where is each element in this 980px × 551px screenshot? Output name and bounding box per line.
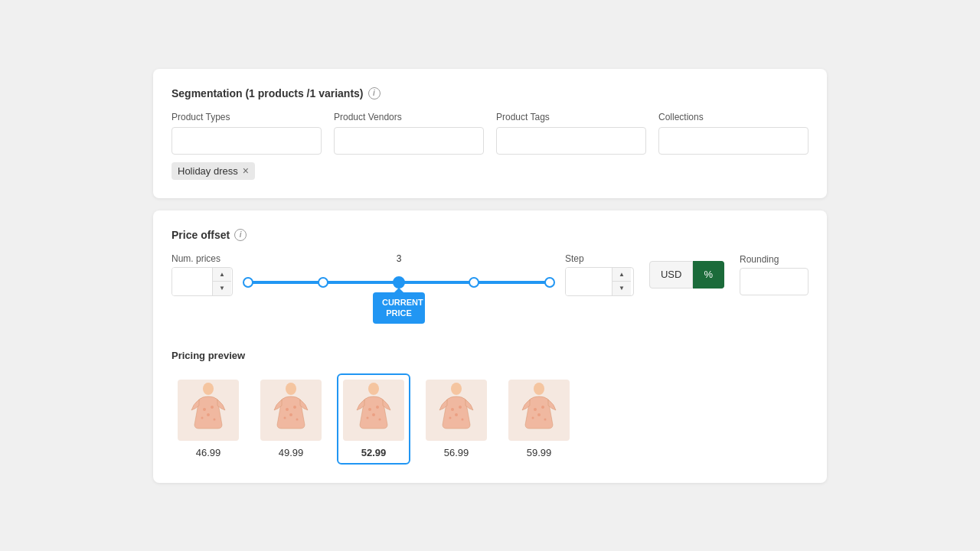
slider-dot-2-active[interactable]	[393, 276, 405, 289]
usd-button[interactable]: USD	[649, 261, 693, 289]
product-types-group: Product Types	[172, 112, 322, 155]
slider-dot-1[interactable]	[318, 277, 328, 288]
product-tags-input[interactable]	[496, 127, 646, 155]
svg-point-23	[462, 418, 464, 420]
collections-input[interactable]	[658, 127, 808, 155]
product-types-input[interactable]	[172, 127, 322, 155]
slider-dot-4[interactable]	[544, 277, 555, 288]
svg-point-17	[379, 418, 381, 420]
preview-item-4[interactable]: 59.99	[502, 373, 576, 465]
preview-price-0: 46.99	[196, 447, 221, 458]
preview-img-3	[426, 380, 487, 441]
step-input[interactable]: 6	[566, 268, 612, 295]
preview-items: 46.99 49.99	[172, 373, 808, 465]
svg-point-18	[451, 383, 462, 395]
svg-point-13	[368, 408, 371, 411]
segmentation-card: Segmentation (1 products /1 variants) i …	[153, 69, 827, 198]
svg-point-11	[296, 418, 299, 420]
price-offset-card: Price offset i Num. prices 5 ▲ ▼ 3	[153, 210, 827, 483]
slider-dot-0[interactable]	[243, 277, 253, 288]
step-label: Step	[565, 253, 634, 264]
svg-point-0	[203, 383, 214, 395]
price-offset-title-text: Price offset	[172, 229, 230, 241]
preview-img-2	[343, 380, 404, 441]
preview-item-2[interactable]: 52.99	[337, 373, 410, 465]
svg-point-19	[451, 408, 454, 411]
price-controls: Num. prices 5 ▲ ▼ 3	[172, 253, 808, 296]
stepper-down-button[interactable]: ▼	[213, 282, 231, 295]
step-input-wrap: 6 ▲ ▼	[565, 267, 634, 296]
preview-price-4: 59.99	[527, 447, 552, 458]
svg-point-2	[211, 406, 214, 409]
svg-point-20	[459, 406, 462, 409]
price-offset-info-icon[interactable]: i	[234, 229, 247, 241]
svg-point-5	[214, 418, 216, 420]
preview-item-1[interactable]: 49.99	[254, 373, 328, 465]
svg-point-7	[286, 408, 289, 411]
rounding-group: Rounding 0.99	[740, 254, 808, 295]
product-tags-label: Product Tags	[496, 112, 646, 122]
tags-row: Holiday dress ×	[172, 162, 808, 180]
main-container: Segmentation (1 products /1 variants) i …	[153, 69, 827, 483]
num-prices-label: Num. prices	[172, 253, 233, 264]
svg-point-6	[286, 383, 296, 395]
segmentation-title-text: Segmentation (1 products /1 variants)	[172, 87, 364, 99]
slider-track[interactable]: CURRENTPRICE	[248, 281, 550, 284]
rounding-label: Rounding	[740, 254, 808, 265]
segmentation-info-icon[interactable]: i	[368, 87, 381, 99]
preview-img-4	[508, 380, 570, 441]
svg-point-26	[541, 406, 544, 409]
product-types-label: Product Types	[172, 112, 322, 122]
current-price-button[interactable]: CURRENTPRICE	[373, 292, 425, 324]
segmentation-fields: Product Types Product Vendors Product Ta…	[172, 112, 808, 155]
num-prices-stepper: 5 ▲ ▼	[172, 267, 233, 296]
product-vendors-input[interactable]	[334, 127, 484, 155]
product-tags-group: Product Tags	[496, 112, 646, 155]
slider-track-wrap[interactable]: CURRENTPRICE	[248, 269, 550, 296]
svg-point-22	[449, 416, 452, 419]
collections-group: Collections	[658, 112, 808, 155]
holiday-dress-tag: Holiday dress ×	[172, 162, 255, 180]
step-down-button[interactable]: ▼	[612, 282, 631, 295]
num-prices-input[interactable]: 5	[172, 268, 212, 295]
svg-point-12	[368, 383, 379, 395]
tag-remove-button[interactable]: ×	[243, 165, 249, 176]
preview-img-0	[178, 380, 239, 441]
step-up-button[interactable]: ▲	[612, 268, 631, 282]
slider-dot-3[interactable]	[469, 277, 479, 288]
svg-point-8	[293, 406, 296, 409]
svg-point-27	[537, 413, 541, 416]
preview-price-1: 49.99	[279, 447, 304, 458]
product-vendors-group: Product Vendors	[334, 112, 484, 155]
rounding-input[interactable]: 0.99	[740, 268, 808, 295]
svg-point-9	[289, 413, 292, 416]
stepper-up-button[interactable]: ▲	[213, 268, 231, 282]
segmentation-title: Segmentation (1 products /1 variants) i	[172, 87, 808, 99]
slider-value-label: 3	[397, 253, 402, 264]
pricing-preview-title: Pricing preview	[172, 350, 808, 361]
step-stepper-buttons: ▲ ▼	[612, 268, 631, 295]
percent-button[interactable]: %	[693, 261, 724, 289]
num-prices-group: Num. prices 5 ▲ ▼	[172, 253, 233, 296]
tag-label: Holiday dress	[178, 165, 238, 177]
svg-point-25	[534, 408, 537, 411]
svg-point-16	[367, 416, 369, 419]
svg-point-3	[207, 413, 210, 416]
preview-item-3[interactable]: 56.99	[420, 373, 493, 465]
slider-container: 3 CURRENTPRICE	[248, 253, 550, 296]
preview-img-1	[260, 380, 322, 441]
preview-price-3: 56.99	[444, 447, 469, 458]
svg-point-4	[201, 416, 204, 419]
product-vendors-label: Product Vendors	[334, 112, 484, 122]
currency-toggle: USD %	[649, 261, 724, 289]
svg-point-28	[532, 416, 534, 419]
svg-point-14	[376, 406, 379, 409]
preview-item-0[interactable]: 46.99	[172, 373, 245, 465]
price-offset-title: Price offset i	[172, 229, 808, 241]
svg-point-1	[203, 408, 206, 411]
preview-price-2: 52.99	[361, 447, 387, 458]
svg-point-21	[455, 413, 458, 416]
collections-label: Collections	[658, 112, 808, 122]
svg-point-15	[372, 413, 375, 416]
stepper-buttons: ▲ ▼	[212, 268, 231, 295]
